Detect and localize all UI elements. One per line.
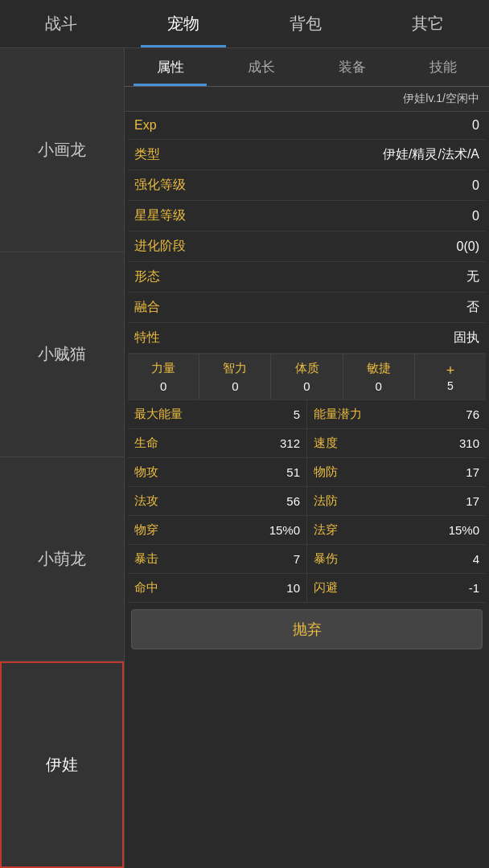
dual-stat-label-0-left: 最大能量 <box>134 407 294 422</box>
plus-icon: + <box>446 362 455 379</box>
attr-name-2: 体质 <box>274 361 339 376</box>
attr-name-3: 敏捷 <box>347 361 411 376</box>
dual-stat-cell-1-right: 速度 310 <box>307 429 486 457</box>
dual-stat-row-1: 生命 312 速度 310 <box>128 429 486 458</box>
pet-sidebar: 小画龙 小贼猫 小萌龙 伊娃 <box>0 48 125 868</box>
dual-stat-label-2-left: 物攻 <box>134 465 286 480</box>
stat-value-evo: 0(0) <box>457 240 479 254</box>
dual-stat-label-4-left: 物穿 <box>134 522 269 538</box>
dual-stat-row-2: 物攻 51 物防 17 <box>128 458 486 487</box>
dual-stat-row-6: 命中 10 闪避 -1 <box>128 574 486 603</box>
dual-stat-cell-4-left: 物穿 15%0 <box>128 516 307 544</box>
sidebar-item-pet-1[interactable]: 小贼猫 <box>0 252 124 457</box>
dual-stat-cell-1-left: 生命 312 <box>128 429 307 457</box>
dual-stat-label-6-right: 闪避 <box>314 580 469 596</box>
dual-stat-label-3-left: 法攻 <box>134 493 286 509</box>
main-content: 小画龙 小贼猫 小萌龙 伊娃 属性 成长 装备 技能 伊娃lv.1/空闲中 Ex… <box>0 48 489 868</box>
subtab-growth[interactable]: 成长 <box>216 48 306 86</box>
sidebar-item-pet-3[interactable]: 伊娃 <box>0 661 124 868</box>
stat-row-exp: Exp 0 <box>128 112 486 140</box>
dual-stat-label-5-right: 暴伤 <box>314 551 473 567</box>
dual-stat-value-4-right: 15%0 <box>449 523 479 537</box>
dual-stat-value-0-right: 76 <box>466 407 479 421</box>
dual-stat-value-5-right: 4 <box>473 552 479 566</box>
right-panel: 属性 成长 装备 技能 伊娃lv.1/空闲中 Exp 0 类型 伊娃/精灵/法术… <box>125 48 489 868</box>
sidebar-item-pet-2[interactable]: 小萌龙 <box>0 457 124 661</box>
dual-stat-label-0-right: 能量潜力 <box>314 407 466 422</box>
dual-stat-cell-2-left: 物攻 51 <box>128 458 307 486</box>
stat-row-star: 星星等级 0 <box>128 201 486 231</box>
stat-value-trait: 固执 <box>454 330 479 346</box>
stat-row-enhance: 强化等级 0 <box>128 170 486 201</box>
dual-stat-value-6-left: 10 <box>286 581 300 595</box>
stat-row-trait: 特性 固执 <box>128 323 486 354</box>
abandon-button[interactable]: 抛弃 <box>131 609 483 649</box>
plus-num: 5 <box>447 379 454 392</box>
stat-row-form: 形态 无 <box>128 262 486 293</box>
dual-stat-cell-2-right: 物防 17 <box>307 458 486 486</box>
sub-tabs: 属性 成长 装备 技能 <box>125 48 489 87</box>
dual-stat-value-1-right: 310 <box>459 436 479 450</box>
subtab-equip[interactable]: 装备 <box>307 48 398 86</box>
attr-val-0: 0 <box>131 379 195 393</box>
top-nav: 战斗 宠物 背包 其它 <box>0 0 489 48</box>
stat-row-fusion: 融合 否 <box>128 293 486 323</box>
attr-val-2: 0 <box>274 379 339 393</box>
dual-stat-cell-0-right: 能量潜力 76 <box>307 400 486 428</box>
stat-row-type: 类型 伊娃/精灵/法术/A <box>128 140 486 170</box>
subtab-skill[interactable]: 技能 <box>398 48 489 86</box>
stat-value-fusion: 否 <box>466 299 479 316</box>
stat-label-exp: Exp <box>134 118 472 133</box>
tab-bag[interactable]: 背包 <box>244 0 367 47</box>
stat-label-form: 形态 <box>134 268 466 285</box>
dual-stat-cell-6-right: 闪避 -1 <box>307 574 486 602</box>
dual-stat-cell-3-right: 法防 17 <box>307 487 486 515</box>
attr-name-1: 智力 <box>203 361 267 376</box>
stat-row-evo: 进化阶段 0(0) <box>128 231 486 262</box>
attr-cell-plus[interactable]: + 5 <box>415 354 486 399</box>
stat-label-trait: 特性 <box>134 330 454 346</box>
dual-stat-label-3-right: 法防 <box>314 493 466 509</box>
stat-value-form: 无 <box>466 268 479 285</box>
stat-label-fusion: 融合 <box>134 299 466 316</box>
dual-stat-value-5-left: 7 <box>294 552 300 566</box>
attr-val-3: 0 <box>347 379 411 393</box>
dual-stat-row-3: 法攻 56 法防 17 <box>128 487 486 516</box>
attr-cell-0: 力量 0 <box>128 354 199 399</box>
dual-stat-row-4: 物穿 15%0 法穿 15%0 <box>128 516 486 545</box>
dual-stat-label-1-right: 速度 <box>314 436 459 451</box>
tab-other[interactable]: 其它 <box>367 0 489 47</box>
dual-stat-row-5: 暴击 7 暴伤 4 <box>128 545 486 574</box>
dual-stat-label-1-left: 生命 <box>134 436 280 451</box>
dual-stat-row-0: 最大能量 5 能量潜力 76 <box>128 400 486 429</box>
dual-stat-cell-4-right: 法穿 15%0 <box>307 516 486 544</box>
dual-stat-value-0-left: 5 <box>294 407 300 421</box>
dual-stat-value-3-right: 17 <box>466 494 479 508</box>
dual-stat-value-2-right: 17 <box>466 465 479 479</box>
dual-stat-value-3-left: 56 <box>286 494 300 508</box>
dual-stat-value-1-left: 312 <box>280 436 300 450</box>
attr-grid: 力量 0 智力 0 体质 0 敏捷 0 + 5 <box>128 354 486 400</box>
subtab-attr[interactable]: 属性 <box>125 48 216 86</box>
dual-stat-value-2-left: 51 <box>286 465 300 479</box>
attr-val-1: 0 <box>203 379 267 393</box>
dual-stat-cell-5-left: 暴击 7 <box>128 545 307 573</box>
stat-value-star: 0 <box>472 209 479 223</box>
dual-stat-label-2-right: 物防 <box>314 465 466 480</box>
dual-stat-cell-6-left: 命中 10 <box>128 574 307 602</box>
dual-stat-label-6-left: 命中 <box>134 580 286 596</box>
stat-label-star: 星星等级 <box>134 207 472 224</box>
attr-cell-1: 智力 0 <box>199 354 271 399</box>
stat-value-type: 伊娃/精灵/法术/A <box>383 146 479 163</box>
dual-stat-cell-0-left: 最大能量 5 <box>128 400 307 428</box>
sidebar-item-pet-0[interactable]: 小画龙 <box>0 48 124 252</box>
stat-label-enhance: 强化等级 <box>134 177 472 194</box>
attr-cell-2: 体质 0 <box>271 354 343 399</box>
tab-battle[interactable]: 战斗 <box>0 0 122 47</box>
dual-stat-cell-3-left: 法攻 56 <box>128 487 307 515</box>
stat-label-type: 类型 <box>134 146 383 163</box>
stat-value-enhance: 0 <box>472 178 479 193</box>
pet-status: 伊娃lv.1/空闲中 <box>125 87 489 112</box>
stats-area: Exp 0 类型 伊娃/精灵/法术/A 强化等级 0 星星等级 0 进化阶段 0 <box>125 112 489 868</box>
tab-pet[interactable]: 宠物 <box>122 0 244 47</box>
